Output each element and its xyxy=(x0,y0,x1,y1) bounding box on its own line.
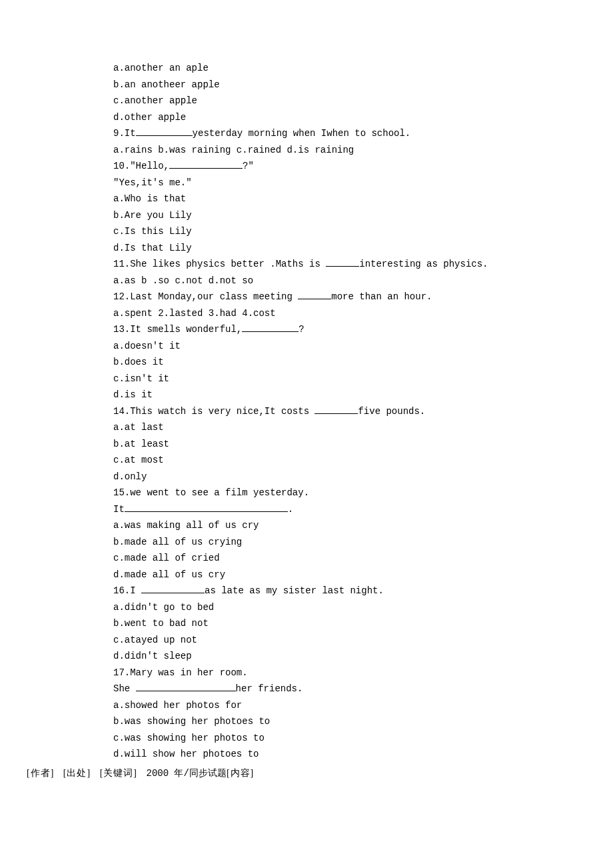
blank-input[interactable] xyxy=(141,583,205,593)
text-part: 9.It xyxy=(113,128,136,139)
question-13: 13.It smells wonderful,? xyxy=(113,321,600,338)
blank-input[interactable] xyxy=(136,681,236,691)
option-d: d.didn't sleep xyxy=(113,648,600,665)
text-part: 10."Hello, xyxy=(113,161,169,171)
option-b: b.at least xyxy=(113,436,600,453)
option-b: b.made all of us crying xyxy=(113,534,600,551)
text-part: She xyxy=(113,683,136,694)
question-12: 12.Last Monday,our class meeting more th… xyxy=(113,289,600,305)
blank-input[interactable] xyxy=(242,322,299,332)
text-part: 13.It smells wonderful, xyxy=(113,324,242,335)
option-a: a.was making all of us cry xyxy=(113,517,600,534)
option-a: a.Who is that xyxy=(113,191,600,207)
question-15: 15.we went to see a film yesterday. xyxy=(113,485,600,501)
question-15-cont: It. xyxy=(113,501,600,518)
dialogue-reply: "Yes,it's me." xyxy=(113,175,600,191)
text-part: interesting as physics. xyxy=(359,259,488,269)
keyword-label: [关键词] xyxy=(100,768,137,778)
question-14: 14.This watch is very nice,It costs five… xyxy=(113,403,600,420)
option-d: d.Is that Lily xyxy=(113,240,600,257)
blank-input[interactable] xyxy=(169,159,243,169)
text-part: ?" xyxy=(243,161,254,171)
option-c: c.was showing her photos to xyxy=(113,730,600,747)
text-part: 11.She likes physics better .Maths is xyxy=(113,259,326,269)
document-page: a.another an aple b.an anotheer apple c.… xyxy=(0,0,613,808)
option-d: d.other apple xyxy=(113,109,600,126)
question-9: 9.Ityesterday morning when Iwhen to scho… xyxy=(113,125,600,142)
option-c: c.at most xyxy=(113,452,600,469)
option-a: a.showed her photos for xyxy=(113,697,600,714)
option-c: c.atayed up not xyxy=(113,632,600,649)
text-part: her friends. xyxy=(236,683,303,694)
text-part: 14.This watch is very nice,It costs xyxy=(113,406,314,417)
question-17-cont: She her friends. xyxy=(113,681,600,697)
question-16: 16.I as late as my sister last night. xyxy=(113,583,600,599)
option-b: b.was showing her photoes to xyxy=(113,713,600,730)
question-10: 10."Hello,?" xyxy=(113,158,600,175)
content-label: [内容] xyxy=(227,768,254,778)
question-block: a.another an aple b.an anotheer apple c.… xyxy=(13,60,600,763)
options-inline: a.spent 2.lasted 3.had 4.cost xyxy=(113,305,600,322)
option-d: d.only xyxy=(113,469,600,485)
text-part: 12.Last Monday,our class meeting xyxy=(113,291,298,302)
text-part: more than an hour. xyxy=(331,291,432,302)
text-part: 16.I xyxy=(113,585,141,596)
source-label: [出处] xyxy=(63,768,91,778)
option-a: a.another an aple xyxy=(113,60,600,77)
blank-input[interactable] xyxy=(125,502,288,512)
keyword-value: 2000 年/同步试题 xyxy=(146,768,226,779)
blank-input[interactable] xyxy=(136,126,193,136)
option-c: c.made all of cried xyxy=(113,550,600,567)
question-17: 17.Mary was in her room. xyxy=(113,665,600,681)
option-d: d.made all of us cry xyxy=(113,567,600,583)
blank-input[interactable] xyxy=(326,257,359,267)
option-b: b.Are you Lily xyxy=(113,207,600,224)
text-part: as late as my sister last night. xyxy=(205,585,384,596)
text-part: five pounds. xyxy=(358,406,425,417)
options-inline: a.rains b.was raining c.rained d.is rain… xyxy=(113,142,600,159)
text-part: ? xyxy=(299,324,304,335)
text-part: It xyxy=(113,504,125,515)
option-a: a.didn't go to bed xyxy=(113,599,600,616)
blank-input[interactable] xyxy=(298,289,331,299)
option-a: a.doesn't it xyxy=(113,338,600,355)
option-d: d.is it xyxy=(113,387,600,403)
blank-input[interactable] xyxy=(314,404,358,414)
option-c: c.Is this Lily xyxy=(113,223,600,240)
option-b: b.does it xyxy=(113,354,600,371)
option-d: d.will show her photoes to xyxy=(113,746,600,763)
option-b: b.an anotheer apple xyxy=(113,77,600,93)
text-part: . xyxy=(288,504,293,515)
options-inline: a.as b .so c.not d.not so xyxy=(113,273,600,289)
option-c: c.isn't it xyxy=(113,371,600,387)
text-part: yesterday morning when Iwhen to school. xyxy=(193,128,411,139)
author-label: [作者] xyxy=(27,768,54,778)
metadata-row: [作者] [出处] [关键词] 2000 年/同步试题[内容] xyxy=(13,763,600,782)
question-11: 11.She likes physics better .Maths is in… xyxy=(113,256,600,273)
option-b: b.went to bad not xyxy=(113,615,600,632)
option-c: c.another apple xyxy=(113,93,600,109)
option-a: a.at last xyxy=(113,419,600,436)
